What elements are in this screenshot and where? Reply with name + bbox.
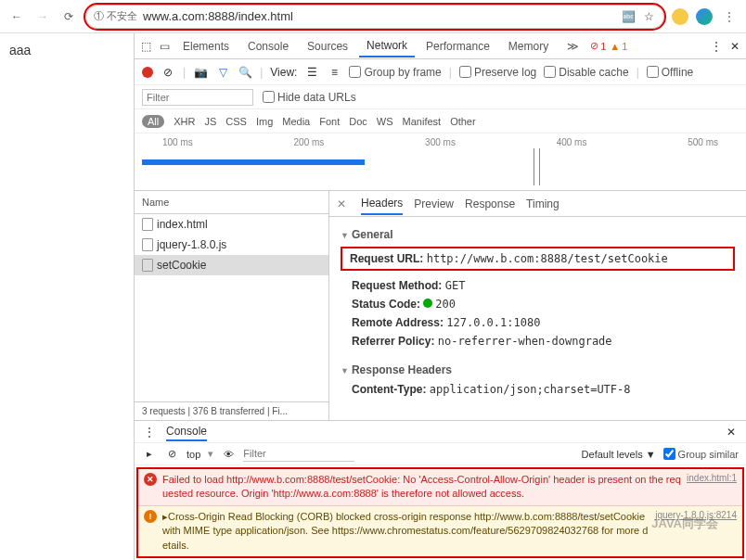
content-type-row: Content-Type: application/json;charset=U… <box>341 380 735 399</box>
tab-memory[interactable]: Memory <box>501 36 556 57</box>
detail-tab-preview[interactable]: Preview <box>414 194 454 214</box>
bookmark-icon[interactable]: ☆ <box>641 9 656 24</box>
type-doc[interactable]: Doc <box>349 116 367 127</box>
tab-sources[interactable]: Sources <box>300 36 355 57</box>
page-content: aaa <box>0 33 134 560</box>
group-similar[interactable]: Group similar <box>663 448 739 460</box>
console-clear-icon[interactable]: ⊘ <box>164 447 179 462</box>
console-drawer-tab[interactable]: Console <box>166 423 207 441</box>
context-selector[interactable]: top <box>186 449 200 460</box>
devtools-tabs: ⬚ ▭ Elements Console Sources Network Per… <box>135 33 746 59</box>
tick-100: 100 ms <box>162 137 193 147</box>
warning-source-link[interactable]: jquery-1.8.0.js:8214 <box>655 510 737 553</box>
error-source-link[interactable]: index.html:1 <box>687 473 737 502</box>
warning-count[interactable]: ▲1 <box>610 41 627 52</box>
extension-icon-2[interactable] <box>696 8 713 25</box>
console-messages: ✕ Failed to load http://www.b.com:8888/t… <box>136 467 744 558</box>
disable-cache[interactable]: Disable cache <box>544 66 628 79</box>
request-item-setcookie[interactable]: setCookie <box>135 255 328 275</box>
menu-icon[interactable]: ⋮ <box>720 7 739 26</box>
file-icon <box>142 218 153 231</box>
console-sidebar-icon[interactable]: ▸ <box>142 447 157 462</box>
tick-200: 200 ms <box>294 137 325 147</box>
extension-icon-1[interactable] <box>672 8 688 25</box>
type-img[interactable]: Img <box>256 116 273 127</box>
console-panel: ⋮ Console ✕ ▸ ⊘ top▾ 👁 Default levels ▼ … <box>135 420 746 560</box>
tab-network[interactable]: Network <box>359 35 415 57</box>
detail-tab-timing[interactable]: Timing <box>526 194 560 214</box>
console-error[interactable]: ✕ Failed to load http://www.b.com:8888/t… <box>138 469 742 506</box>
type-font[interactable]: Font <box>319 116 340 127</box>
console-warning[interactable]: ! ▸Cross-Origin Read Blocking (CORB) blo… <box>138 506 742 556</box>
tick-500: 500 ms <box>688 137 718 147</box>
timeline[interactable]: 100 ms 200 ms 300 ms 400 ms 500 ms <box>135 134 746 191</box>
record-button[interactable] <box>142 67 153 78</box>
status-dot-icon <box>423 299 432 308</box>
inspect-icon[interactable]: ⬚ <box>138 39 153 54</box>
view-small-icon[interactable]: ≡ <box>327 65 341 80</box>
tick-300: 300 ms <box>425 137 456 147</box>
hide-data-urls[interactable]: Hide data URLs <box>263 91 356 104</box>
tab-elements[interactable]: Elements <box>175 36 237 57</box>
network-controls: ⊘ | 📷 ▽ 🔍 | View: ☰ ≡ Group by frame | P… <box>135 59 746 85</box>
console-controls: ▸ ⊘ top▾ 👁 Default levels ▼ Group simila… <box>135 443 746 465</box>
forward-button[interactable]: → <box>33 7 52 26</box>
request-item-jquery[interactable]: jquery-1.8.0.js <box>135 235 328 255</box>
filter-icon[interactable]: ▽ <box>215 65 230 80</box>
detail-tab-response[interactable]: Response <box>465 194 515 214</box>
general-section[interactable]: General <box>341 224 735 245</box>
close-detail-icon[interactable]: ✕ <box>337 197 346 210</box>
request-list: Name index.html jquery-1.8.0.js setCooki… <box>135 191 329 420</box>
request-list-header: Name <box>135 191 328 214</box>
page-text: aaa <box>9 43 31 57</box>
type-css[interactable]: CSS <box>225 116 247 127</box>
url-text: www.a.com:8888/index.html <box>143 9 615 23</box>
url-bar[interactable]: ① 不安全 www.a.com:8888/index.html 🔤 ☆ <box>85 5 664 29</box>
type-media[interactable]: Media <box>282 116 310 127</box>
warning-icon: ! <box>144 510 157 523</box>
translate-icon[interactable]: 🔤 <box>621 9 636 24</box>
detail-body: General Request URL: http://www.b.com:88… <box>329 217 746 406</box>
tabs-more[interactable]: ≫ <box>560 36 586 57</box>
remote-address-row: Remote Address: 127.0.0.1:1080 <box>341 313 735 332</box>
request-item-index[interactable]: index.html <box>135 214 328 235</box>
filter-input[interactable] <box>142 89 253 106</box>
console-menu-icon[interactable]: ⋮ <box>142 425 157 439</box>
tab-console[interactable]: Console <box>240 36 296 57</box>
type-js[interactable]: JS <box>204 116 216 127</box>
camera-icon[interactable]: 📷 <box>193 65 208 80</box>
search-icon[interactable]: 🔍 <box>238 65 252 80</box>
group-by-frame[interactable]: Group by frame <box>349 66 441 79</box>
reload-button[interactable]: ⟳ <box>59 7 78 26</box>
type-xhr[interactable]: XHR <box>174 116 195 127</box>
detail-tabs: ✕ Headers Preview Response Timing <box>329 191 746 217</box>
log-levels[interactable]: Default levels ▼ <box>582 449 656 460</box>
view-large-icon[interactable]: ☰ <box>304 65 319 80</box>
type-manifest[interactable]: Manifest <box>403 116 442 127</box>
type-all[interactable]: All <box>142 115 164 128</box>
offline[interactable]: Offline <box>647 66 693 79</box>
response-headers-section[interactable]: Response Headers <box>341 360 735 380</box>
tab-performance[interactable]: Performance <box>418 36 497 57</box>
request-detail: ✕ Headers Preview Response Timing Genera… <box>329 191 746 420</box>
devtools-panel: ⬚ ▭ Elements Console Sources Network Per… <box>134 33 746 560</box>
clear-icon[interactable]: ⊘ <box>161 65 175 80</box>
devtools-close-icon[interactable]: ✕ <box>727 39 742 54</box>
back-button[interactable]: ← <box>7 7 26 26</box>
tick-400: 400 ms <box>557 137 587 147</box>
request-url-row: Request URL: http://www.b.com:8888/test/… <box>341 247 735 271</box>
device-icon[interactable]: ▭ <box>157 39 172 54</box>
eye-icon[interactable]: 👁 <box>221 447 236 462</box>
preserve-log[interactable]: Preserve log <box>459 66 536 79</box>
error-count[interactable]: ⊘1 <box>590 40 606 52</box>
security-badge: ① 不安全 <box>94 9 137 23</box>
detail-tab-headers[interactable]: Headers <box>361 193 403 215</box>
devtools-menu-icon[interactable]: ⋮ <box>709 39 724 54</box>
console-close-icon[interactable]: ✕ <box>724 425 739 439</box>
console-filter-input[interactable] <box>243 447 354 462</box>
type-other[interactable]: Other <box>450 116 476 127</box>
type-ws[interactable]: WS <box>377 116 393 127</box>
error-icon: ✕ <box>144 473 157 486</box>
main-area: aaa ⬚ ▭ Elements Console Sources Network… <box>0 33 746 560</box>
file-icon <box>142 238 153 251</box>
